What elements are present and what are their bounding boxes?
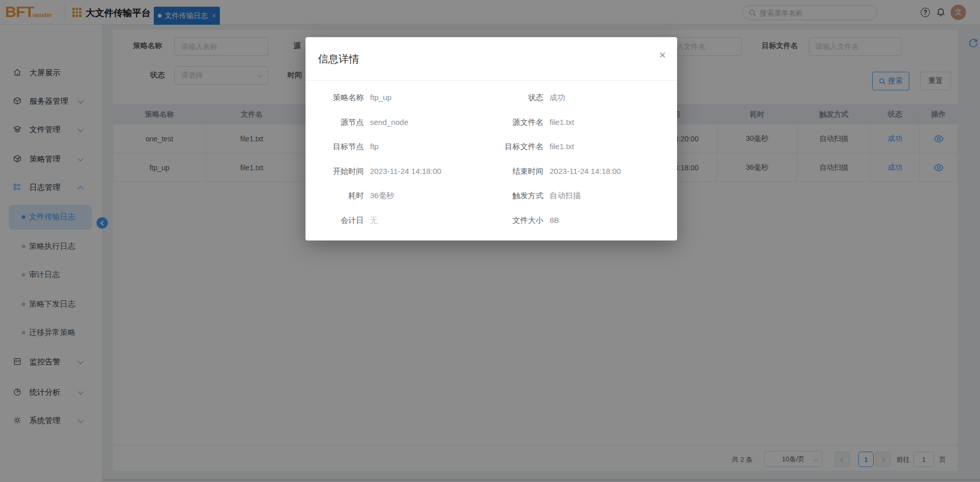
field-label: 触发方式 [429,190,543,201]
info-detail-dialog: 信息详情 × 策略名称 ftp_up 状态 成功 源节点 send_node 源… [306,37,677,240]
dialog-divider [306,80,677,81]
field-label: 目标节点 [306,141,364,152]
detail-row: 目标节点 ftp 目标文件名 file1.txt [306,141,677,152]
field-label: 状态 [429,92,543,103]
detail-row: 开始时间 2023-11-24 14:18:00 结束时间 2023-11-24… [306,166,677,176]
detail-row: 会计日 无 文件大小 8B [306,215,677,226]
field-label: 策略名称 [306,92,364,103]
field-label: 结束时间 [429,166,543,176]
field-value: 自动扫描 [550,190,668,201]
field-label: 目标文件名 [429,141,543,152]
field-value-status: 成功 [550,92,668,103]
app-root: BFTransfer 大文件传输平台 文件传输日志 × ? 文 大屏展示 服务器… [0,0,980,482]
field-label: 开始时间 [306,166,364,176]
field-value: 8B [550,215,668,226]
field-value: file1.txt [550,141,668,152]
field-value: 2023-11-24 14:18:00 [550,166,668,176]
field-label: 会计日 [306,215,364,226]
field-label: 耗时 [306,190,364,201]
field-label: 文件大小 [429,215,543,226]
detail-row: 耗时 36毫秒 触发方式 自动扫描 [306,190,677,201]
close-icon[interactable]: × [659,50,666,61]
detail-row: 源节点 send_node 源文件名 file1.txt [306,117,677,127]
field-label: 源文件名 [429,117,543,127]
dialog-title: 信息详情 [318,52,359,66]
field-value: file1.txt [550,117,668,127]
field-label: 源节点 [306,117,364,127]
detail-row: 策略名称 ftp_up 状态 成功 [306,92,677,103]
